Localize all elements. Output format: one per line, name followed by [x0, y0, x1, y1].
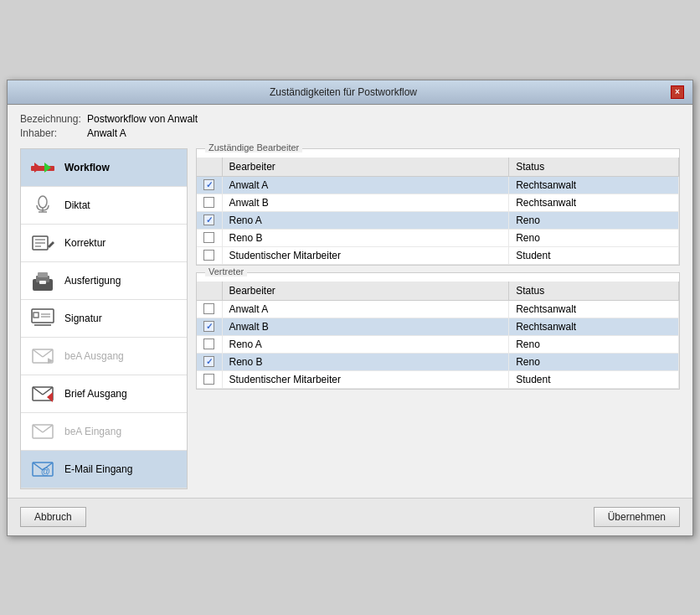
name-cell: Reno A: [222, 335, 509, 353]
checkbox[interactable]: [203, 356, 214, 367]
table-row[interactable]: Reno B Reno: [197, 229, 679, 246]
svg-marker-2: [44, 163, 51, 173]
svg-line-29: [33, 425, 43, 432]
svg-rect-13: [39, 281, 46, 284]
vertreter-section-title: Vertreter: [205, 266, 247, 276]
checkbox[interactable]: [203, 214, 214, 225]
table-row[interactable]: Anwalt A Rechtsanwalt: [197, 176, 679, 194]
name-cell: Studentischer Mitarbeiter: [222, 370, 509, 388]
vertreter-col-status: Status: [509, 282, 679, 301]
dialog: Zuständigkeiten für Postworkflow × Bezei…: [7, 80, 693, 536]
sidebar-item-bea-eingang[interactable]: beA Eingang: [21, 413, 187, 451]
table-row[interactable]: Studentischer Mitarbeiter Student: [197, 370, 679, 388]
inhaber-label: Inhaber:: [20, 127, 87, 139]
sidebar-item-bea-ausgang[interactable]: ▶ beA Ausgang: [21, 338, 187, 375]
sidebar-bea-eingang-label: beA Eingang: [64, 426, 121, 437]
checkbox-cell[interactable]: [197, 335, 222, 353]
close-button[interactable]: ×: [671, 85, 684, 99]
checkbox[interactable]: [203, 179, 214, 190]
name-cell: Anwalt A: [222, 300, 509, 318]
sidebar-ausfertigung-label: Ausfertigung: [64, 275, 121, 287]
checkbox[interactable]: [203, 197, 214, 208]
sidebar-email-eingang-label: E-Mail Eingang: [64, 463, 132, 475]
table-row[interactable]: Reno B Reno: [197, 353, 679, 370]
vertreter-section: Vertreter Bearbeiter Status A: [196, 272, 680, 390]
status-cell: Student: [509, 246, 679, 264]
bezeichnung-label: Bezeichnung:: [20, 113, 87, 125]
sidebar-signatur-label: Signatur: [64, 313, 102, 324]
signatur-icon: [29, 307, 56, 330]
bea-ausgang-icon: ▶: [29, 344, 56, 368]
cancel-button[interactable]: Abbruch: [20, 507, 86, 527]
zustaendige-bearbeiter-section: Zuständige Bearbeiter Bearbeiter Status: [196, 148, 680, 266]
ausfertigung-icon: [29, 269, 56, 292]
email-eingang-icon: @: [29, 457, 56, 481]
workflow-icon: [29, 156, 56, 179]
checkbox-cell[interactable]: [197, 353, 222, 370]
status-cell: Reno: [509, 229, 679, 246]
checkbox-cell[interactable]: [197, 229, 222, 246]
svg-line-21: [33, 349, 43, 357]
checkbox-cell[interactable]: [197, 318, 222, 335]
table-row[interactable]: Studentischer Mitarbeiter Student: [197, 246, 679, 264]
name-cell: Reno B: [222, 229, 509, 246]
checkbox-cell[interactable]: [197, 370, 222, 388]
svg-rect-16: [33, 313, 39, 318]
sidebar-item-brief-ausgang[interactable]: Brief Ausgang: [21, 375, 187, 413]
table-row[interactable]: Reno A Reno: [197, 335, 679, 353]
checkbox[interactable]: [203, 303, 214, 314]
checkbox-cell[interactable]: [197, 300, 222, 318]
svg-marker-1: [34, 163, 41, 173]
table-row[interactable]: Anwalt A Rechtsanwalt: [197, 300, 679, 318]
bea-eingang-icon: [29, 420, 56, 443]
dialog-title: Zuständigkeiten für Postworkflow: [16, 86, 671, 98]
status-cell: Rechtsanwalt: [509, 300, 679, 318]
inhaber-row: Inhaber: Anwalt A: [20, 127, 680, 139]
checkbox-cell[interactable]: [197, 211, 222, 229]
name-cell: Reno B: [222, 353, 509, 370]
zustaendige-header-row: Bearbeiter Status: [197, 158, 679, 177]
status-cell: Rechtsanwalt: [509, 318, 679, 335]
checkbox-cell[interactable]: [197, 176, 222, 194]
checkbox-cell[interactable]: [197, 246, 222, 264]
vertreter-col-bearbeiter: Bearbeiter: [222, 282, 509, 301]
checkbox[interactable]: [203, 321, 214, 332]
svg-line-30: [43, 425, 53, 432]
status-cell: Reno: [509, 335, 679, 353]
svg-line-25: [33, 387, 43, 395]
table-row[interactable]: Anwalt B Rechtsanwalt: [197, 318, 679, 335]
sidebar-item-workflow[interactable]: Workflow: [21, 149, 187, 187]
zustaendige-col-cb: [197, 158, 222, 177]
svg-rect-12: [38, 272, 48, 277]
vertreter-header-row: Bearbeiter Status: [197, 282, 679, 301]
info-section: Bezeichnung: Postworkflow von Anwalt Inh…: [20, 113, 680, 142]
diktat-icon: [29, 194, 56, 217]
checkbox[interactable]: [203, 339, 214, 349]
zustaendige-col-bearbeiter: Bearbeiter: [222, 158, 509, 177]
title-bar: Zuständigkeiten für Postworkflow ×: [8, 80, 692, 105]
main-content: Workflow Diktat: [20, 148, 680, 489]
name-cell: Studentischer Mitarbeiter: [222, 246, 509, 264]
checkbox[interactable]: [203, 250, 214, 261]
table-row[interactable]: Reno A Reno: [197, 211, 679, 229]
table-row[interactable]: Anwalt B Rechtsanwalt: [197, 194, 679, 211]
sidebar-item-korrektur[interactable]: Korrektur: [21, 225, 187, 262]
sidebar-item-signatur[interactable]: Signatur: [21, 300, 187, 338]
status-cell: Reno: [509, 211, 679, 229]
status-cell: Reno: [509, 353, 679, 370]
sidebar-korrektur-label: Korrektur: [64, 237, 106, 249]
sidebar-item-email-eingang[interactable]: @ E-Mail Eingang: [21, 451, 187, 488]
sidebar-workflow-label: Workflow: [64, 162, 110, 173]
checkbox[interactable]: [203, 232, 214, 243]
checkbox[interactable]: [203, 374, 214, 385]
bezeichnung-row: Bezeichnung: Postworkflow von Anwalt: [20, 113, 680, 125]
sidebar-item-diktat[interactable]: Diktat: [21, 187, 187, 225]
sidebar-bea-ausgang-label: beA Ausgang: [64, 350, 124, 362]
svg-text:▶: ▶: [48, 356, 54, 364]
sidebar-diktat-label: Diktat: [64, 199, 90, 211]
korrektur-icon: [29, 231, 56, 255]
confirm-button[interactable]: Übernehmen: [594, 507, 680, 527]
checkbox-cell[interactable]: [197, 194, 222, 211]
sidebar-item-ausfertigung[interactable]: Ausfertigung: [21, 262, 187, 300]
brief-ausgang-icon: [29, 382, 56, 406]
